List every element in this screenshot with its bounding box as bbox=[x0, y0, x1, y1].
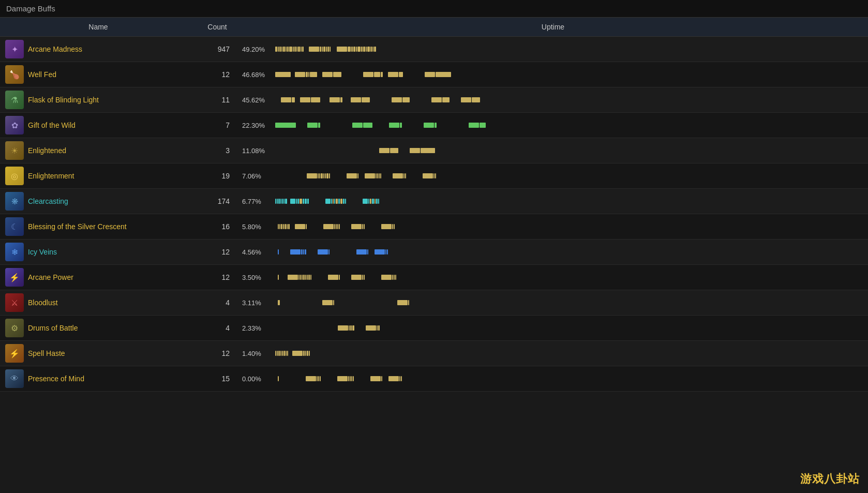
table-row: ✦Arcane Madness94749.20% bbox=[0, 37, 868, 62]
uptime-pct-bloodlust: 3.11% bbox=[242, 299, 272, 307]
spell-icon-bloodlust: ⚔ bbox=[5, 293, 24, 312]
uptime-pct-arcane-power: 3.50% bbox=[242, 274, 272, 281]
name-cell-arcane-power: ⚡Arcane Power bbox=[0, 265, 197, 290]
uptime-bars-enlightenment bbox=[275, 171, 864, 181]
uptime-cell-blessing-silver: 5.80% bbox=[238, 214, 868, 240]
spell-name-blessing-silver: Blessing of the Silver Crescent bbox=[28, 222, 127, 231]
name-cell-blessing-silver: ☾Blessing of the Silver Crescent bbox=[0, 214, 197, 240]
table-row: ⚙Drums of Battle42.33% bbox=[0, 316, 868, 341]
table-row: ◎Enlightenment197.06% bbox=[0, 163, 868, 189]
spell-icon-spell-haste: ⚡ bbox=[5, 344, 24, 363]
uptime-bars-gift-wild bbox=[275, 120, 864, 130]
spell-name-spell-haste: Spell Haste bbox=[28, 349, 65, 357]
spell-icon-well-fed: 🍗 bbox=[5, 65, 24, 84]
spell-icon-blessing-silver: ☾ bbox=[5, 217, 24, 236]
spell-icon-icy-veins: ❄ bbox=[5, 243, 24, 261]
uptime-pct-enlightened: 11.08% bbox=[242, 147, 272, 155]
uptime-cell-well-fed: 46.68% bbox=[238, 62, 868, 87]
uptime-bars-arcane-madness bbox=[275, 44, 864, 54]
uptime-cell-clearcasting: 6.77% bbox=[238, 189, 868, 214]
count-arcane-madness: 947 bbox=[197, 37, 238, 62]
spell-name-flask-blinding: Flask of Blinding Light bbox=[28, 96, 99, 104]
name-cell-spell-haste: ⚡Spell Haste bbox=[0, 341, 197, 366]
uptime-cell-enlightened: 11.08% bbox=[238, 138, 868, 163]
table-row: ⚗Flask of Blinding Light1145.62% bbox=[0, 87, 868, 113]
uptime-pct-flask-blinding: 45.62% bbox=[242, 96, 272, 104]
uptime-bars-clearcasting bbox=[275, 196, 864, 206]
col-header-name: Name bbox=[0, 18, 197, 37]
table-row: ⚡Spell Haste121.40% bbox=[0, 341, 868, 366]
uptime-bars-bloodlust bbox=[275, 297, 864, 308]
count-gift-wild: 7 bbox=[197, 113, 238, 138]
spell-icon-presence-mind: 👁 bbox=[5, 369, 24, 388]
spell-icon-arcane-madness: ✦ bbox=[5, 40, 24, 58]
uptime-cell-gift-wild: 22.30% bbox=[238, 113, 868, 138]
uptime-cell-bloodlust: 3.11% bbox=[238, 290, 868, 316]
spell-name-clearcasting: Clearcasting bbox=[28, 197, 68, 205]
col-header-uptime: Uptime bbox=[238, 18, 868, 37]
table-row: ⚔Bloodlust43.11% bbox=[0, 290, 868, 316]
uptime-bars-presence-mind bbox=[275, 374, 864, 384]
name-cell-icy-veins: ❄Icy Veins bbox=[0, 240, 197, 265]
uptime-pct-clearcasting: 6.77% bbox=[242, 198, 272, 205]
col-header-count: Count bbox=[197, 18, 238, 37]
uptime-pct-gift-wild: 22.30% bbox=[242, 122, 272, 129]
uptime-cell-arcane-power: 3.50% bbox=[238, 265, 868, 290]
uptime-pct-arcane-madness: 49.20% bbox=[242, 46, 272, 53]
uptime-cell-drums-battle: 2.33% bbox=[238, 316, 868, 341]
uptime-pct-presence-mind: 0.00% bbox=[242, 375, 272, 383]
count-spell-haste: 12 bbox=[197, 341, 238, 366]
spell-name-presence-mind: Presence of Mind bbox=[28, 375, 84, 383]
spell-icon-gift-wild: ✿ bbox=[5, 116, 24, 135]
uptime-pct-icy-veins: 4.56% bbox=[242, 248, 272, 256]
table-row: 👁Presence of Mind150.00% bbox=[0, 366, 868, 392]
name-cell-flask-blinding: ⚗Flask of Blinding Light bbox=[0, 87, 197, 113]
uptime-cell-enlightenment: 7.06% bbox=[238, 163, 868, 189]
watermark: 游戏八卦站 bbox=[800, 471, 860, 487]
count-presence-mind: 15 bbox=[197, 366, 238, 392]
count-blessing-silver: 16 bbox=[197, 214, 238, 240]
uptime-cell-icy-veins: 4.56% bbox=[238, 240, 868, 265]
spell-icon-clearcasting: ❋ bbox=[5, 192, 24, 211]
name-cell-bloodlust: ⚔Bloodlust bbox=[0, 290, 197, 316]
uptime-cell-flask-blinding: 45.62% bbox=[238, 87, 868, 113]
name-cell-well-fed: 🍗Well Fed bbox=[0, 62, 197, 87]
uptime-bars-arcane-power bbox=[275, 272, 864, 282]
uptime-bars-spell-haste bbox=[275, 348, 864, 358]
uptime-bars-enlightened bbox=[275, 145, 864, 156]
uptime-bars-well-fed bbox=[275, 69, 864, 80]
table-row: ✿Gift of the Wild722.30% bbox=[0, 113, 868, 138]
uptime-pct-enlightenment: 7.06% bbox=[242, 172, 272, 180]
spell-icon-enlightened: ☀ bbox=[5, 141, 24, 160]
spell-name-gift-wild: Gift of the Wild bbox=[28, 121, 76, 129]
spell-icon-flask-blinding: ⚗ bbox=[5, 91, 24, 109]
spell-icon-enlightenment: ◎ bbox=[5, 167, 24, 185]
name-cell-clearcasting: ❋Clearcasting bbox=[0, 189, 197, 214]
spell-icon-drums-battle: ⚙ bbox=[5, 319, 24, 337]
uptime-pct-drums-battle: 2.33% bbox=[242, 324, 272, 332]
name-cell-enlightened: ☀Enlightened bbox=[0, 138, 197, 163]
count-icy-veins: 12 bbox=[197, 240, 238, 265]
spell-name-arcane-madness: Arcane Madness bbox=[28, 45, 82, 53]
name-cell-gift-wild: ✿Gift of the Wild bbox=[0, 113, 197, 138]
damage-buffs-table: Name Count Uptime ✦Arcane Madness94749.2… bbox=[0, 18, 868, 392]
table-row: ☀Enlightened311.08% bbox=[0, 138, 868, 163]
spell-name-drums-battle: Drums of Battle bbox=[28, 324, 78, 332]
uptime-cell-presence-mind: 0.00% bbox=[238, 366, 868, 392]
uptime-pct-spell-haste: 1.40% bbox=[242, 350, 272, 357]
count-enlightenment: 19 bbox=[197, 163, 238, 189]
uptime-bars-icy-veins bbox=[275, 247, 864, 257]
name-cell-presence-mind: 👁Presence of Mind bbox=[0, 366, 197, 392]
count-drums-battle: 4 bbox=[197, 316, 238, 341]
table-row: ⚡Arcane Power123.50% bbox=[0, 265, 868, 290]
table-row: ❋Clearcasting1746.77% bbox=[0, 189, 868, 214]
uptime-pct-blessing-silver: 5.80% bbox=[242, 223, 272, 231]
spell-name-bloodlust: Bloodlust bbox=[28, 298, 58, 307]
name-cell-drums-battle: ⚙Drums of Battle bbox=[0, 316, 197, 341]
name-cell-enlightenment: ◎Enlightenment bbox=[0, 163, 197, 189]
count-clearcasting: 174 bbox=[197, 189, 238, 214]
count-well-fed: 12 bbox=[197, 62, 238, 87]
table-row: 🍗Well Fed1246.68% bbox=[0, 62, 868, 87]
spell-icon-arcane-power: ⚡ bbox=[5, 268, 24, 287]
spell-name-arcane-power: Arcane Power bbox=[28, 273, 73, 281]
